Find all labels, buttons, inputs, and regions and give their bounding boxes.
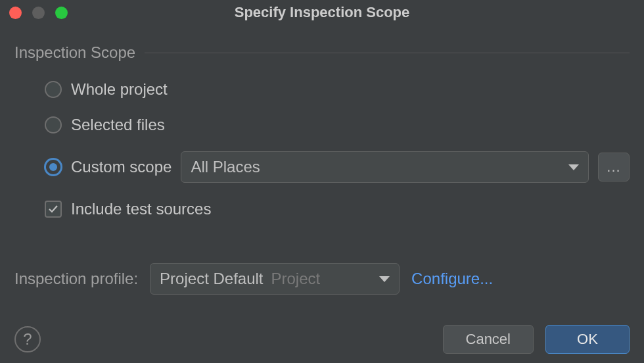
chevron-down-icon — [568, 164, 579, 170]
profile-label: Inspection profile: — [14, 270, 138, 288]
minimize-window-button[interactable] — [32, 7, 45, 19]
profile-scope: Project — [271, 270, 372, 288]
ok-button[interactable]: OK — [545, 325, 630, 354]
inspection-profile-row: Inspection profile: Project Default Proj… — [14, 263, 630, 295]
radio-icon — [45, 81, 62, 98]
section-header: Inspection Scope — [14, 43, 630, 62]
radio-icon — [45, 116, 62, 133]
radio-label: Selected files — [71, 116, 165, 134]
titlebar: Specify Inspection Scope — [0, 0, 644, 25]
radio-label: Custom scope — [71, 158, 172, 176]
checkbox-icon — [45, 201, 62, 218]
help-button[interactable]: ? — [14, 326, 41, 352]
dialog-title: Specify Inspection Scope — [0, 4, 644, 21]
radio-label: Whole project — [71, 80, 168, 99]
configure-link[interactable]: Configure... — [411, 270, 493, 288]
profile-value: Project Default — [160, 270, 263, 288]
radio-custom-scope[interactable]: Custom scope — [45, 158, 172, 176]
profile-dropdown[interactable]: Project Default Project — [150, 263, 400, 295]
scope-more-button[interactable]: ... — [598, 153, 630, 182]
maximize-window-button[interactable] — [55, 7, 68, 19]
close-window-button[interactable] — [9, 7, 22, 19]
radio-whole-project[interactable]: Whole project — [45, 80, 630, 99]
checkbox-label: Include test sources — [71, 200, 211, 218]
dialog-footer: ? Cancel OK — [14, 325, 630, 354]
radio-icon — [45, 158, 62, 176]
divider — [145, 53, 630, 53]
cancel-button[interactable]: Cancel — [443, 325, 534, 354]
section-label: Inspection Scope — [14, 43, 135, 62]
radio-selected-files[interactable]: Selected files — [45, 116, 630, 134]
chevron-down-icon — [379, 276, 390, 282]
checkbox-include-tests[interactable]: Include test sources — [45, 200, 630, 218]
check-icon — [48, 204, 58, 214]
traffic-lights — [9, 7, 68, 19]
dropdown-value: All Places — [191, 158, 260, 176]
custom-scope-dropdown[interactable]: All Places — [181, 151, 589, 183]
radio-custom-scope-row: Custom scope All Places ... — [45, 151, 630, 183]
option-group: Whole project Selected files Custom scop… — [14, 80, 630, 218]
dialog-content: Inspection Scope Whole project Selected … — [0, 25, 644, 295]
